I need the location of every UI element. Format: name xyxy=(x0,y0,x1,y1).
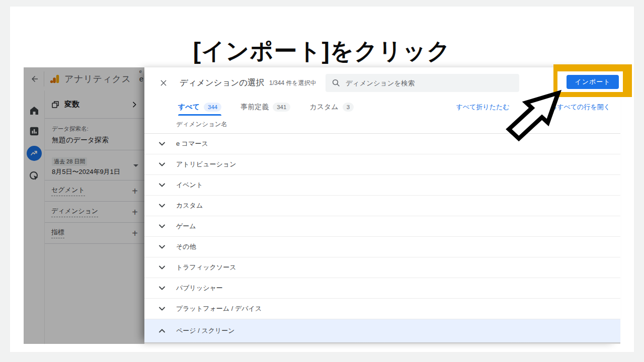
search-icon xyxy=(332,78,341,87)
row-label: その他 xyxy=(176,242,196,251)
close-button[interactable] xyxy=(154,74,173,92)
dimension-category-row[interactable]: イベント xyxy=(144,175,620,196)
tab-predefined-count: 341 xyxy=(273,103,290,112)
dimension-search[interactable] xyxy=(326,74,519,92)
chevron-toggle-icon[interactable] xyxy=(155,242,169,252)
row-label: ページ / スクリーン xyxy=(176,326,235,335)
import-button[interactable]: インポート xyxy=(567,75,619,89)
dimension-category-row[interactable]: その他 xyxy=(144,237,620,257)
dimension-category-row[interactable]: アトリビューション xyxy=(144,154,620,175)
tab-custom-label: カスタム xyxy=(309,103,338,112)
tab-all-count: 344 xyxy=(204,103,221,112)
row-label: プラットフォーム / デバイス xyxy=(176,304,262,313)
row-label: カスタム xyxy=(176,201,203,210)
modal-scrim xyxy=(24,67,144,344)
dimension-category-row[interactable]: ページ / スクリーン xyxy=(144,319,620,342)
selection-status: 1/344 件を選択中 xyxy=(269,79,316,87)
chevron-toggle-icon[interactable] xyxy=(155,262,169,273)
tab-all-label: すべて xyxy=(178,103,200,112)
dialog-title: ディメンションの選択 xyxy=(180,77,264,88)
tab-custom-count: 3 xyxy=(343,103,354,112)
row-label: トラフィックソース xyxy=(176,263,236,272)
tab-all[interactable]: すべて 344 xyxy=(178,99,221,116)
row-label: ゲーム xyxy=(176,222,196,231)
tab-predefined[interactable]: 事前定義 341 xyxy=(240,99,290,116)
tab-custom[interactable]: カスタム 3 xyxy=(309,99,354,116)
search-input[interactable] xyxy=(346,79,513,87)
dimension-category-row[interactable]: プラットフォーム / デバイス xyxy=(144,299,620,319)
chevron-toggle-icon[interactable] xyxy=(155,180,169,190)
tab-predefined-label: 事前定義 xyxy=(240,103,269,112)
dimension-category-row[interactable]: カスタム xyxy=(144,196,620,216)
import-highlight-box: インポート xyxy=(553,64,632,97)
close-icon xyxy=(159,79,168,87)
chevron-toggle-icon[interactable] xyxy=(155,221,169,231)
chevron-toggle-icon[interactable] xyxy=(155,283,169,293)
dimension-name-column-header: ディメンション名 xyxy=(176,120,227,129)
row-label: アトリビューション xyxy=(176,160,236,169)
dimension-category-row[interactable]: パブリッシャー xyxy=(144,278,620,299)
pointer-arrow xyxy=(497,89,562,149)
page-title: [インポート]をクリック xyxy=(10,36,634,67)
chevron-toggle-icon[interactable] xyxy=(155,159,169,169)
row-label: e コマース xyxy=(176,139,208,148)
dimension-category-row[interactable]: トラフィックソース xyxy=(144,257,620,278)
dimension-rows: e コマース アトリビューション イベント カスタム ゲーム xyxy=(144,134,620,342)
chevron-toggle-icon[interactable] xyxy=(155,201,169,211)
row-label: イベント xyxy=(176,180,203,190)
chevron-toggle-icon[interactable] xyxy=(155,304,169,314)
chevron-toggle-icon[interactable] xyxy=(155,139,169,149)
dialog-bottom-shadow xyxy=(144,342,620,344)
dimension-category-row[interactable]: ゲーム xyxy=(144,216,620,237)
row-label: パブリッシャー xyxy=(176,284,223,293)
chevron-toggle-icon[interactable] xyxy=(155,326,169,336)
